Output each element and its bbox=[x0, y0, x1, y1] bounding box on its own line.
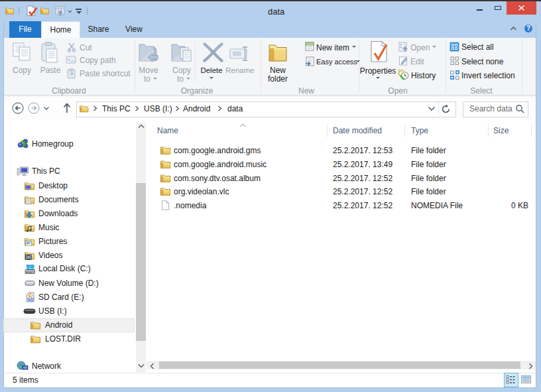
svg-text:SD: SD bbox=[27, 297, 34, 302]
